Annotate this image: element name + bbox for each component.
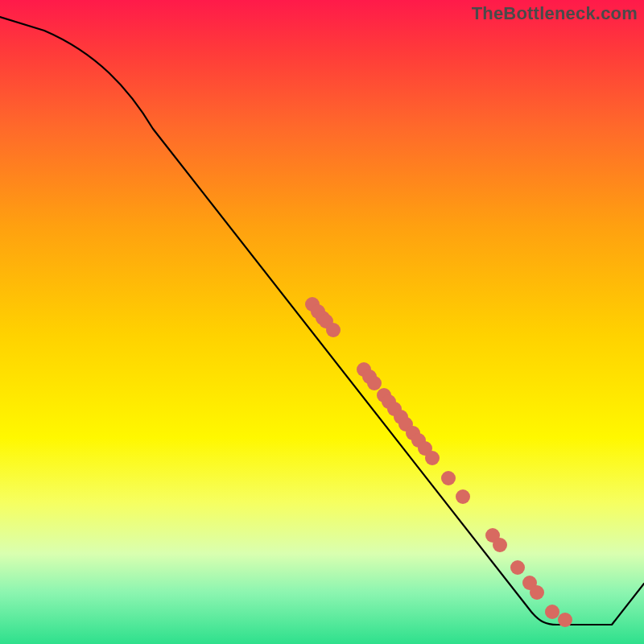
data-point xyxy=(530,585,544,600)
data-point xyxy=(493,538,507,552)
data-point xyxy=(319,314,333,328)
data-point xyxy=(377,388,391,402)
data-point xyxy=(367,376,382,390)
data-point xyxy=(510,560,525,575)
chart-svg xyxy=(0,0,644,644)
data-point xyxy=(305,297,320,312)
data-point xyxy=(326,323,341,337)
data-point xyxy=(411,433,426,448)
chart-area: TheBottleneck.com xyxy=(0,0,644,644)
data-point xyxy=(425,451,440,465)
data-point xyxy=(316,311,330,325)
watermark-text: TheBottleneck.com xyxy=(472,3,638,24)
curve-path xyxy=(0,17,644,625)
data-point xyxy=(558,613,572,627)
data-point xyxy=(357,362,371,377)
data-point xyxy=(387,402,402,416)
data-points xyxy=(305,297,572,627)
data-point xyxy=(545,605,559,619)
data-point xyxy=(398,417,413,431)
data-point xyxy=(406,426,420,440)
data-point xyxy=(485,528,500,543)
data-point xyxy=(418,441,432,456)
data-point xyxy=(311,304,325,319)
data-point xyxy=(441,471,456,485)
data-point xyxy=(382,394,396,409)
data-point xyxy=(394,410,408,424)
data-point xyxy=(362,369,377,384)
data-point xyxy=(522,576,537,590)
data-point xyxy=(456,489,470,504)
